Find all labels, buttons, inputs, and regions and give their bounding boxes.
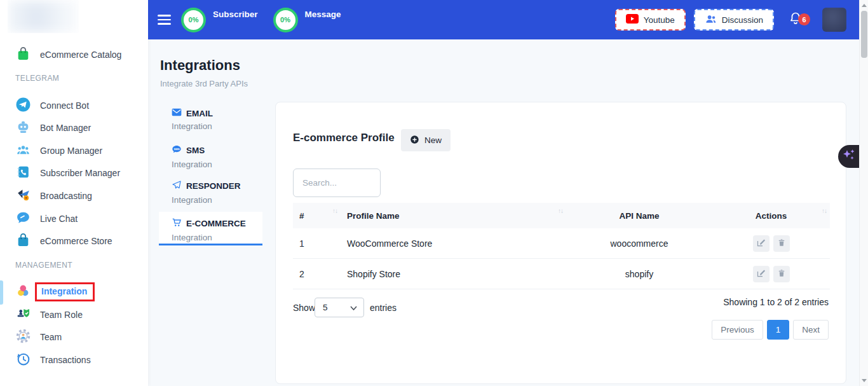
sidebar-item-connect-bot[interactable]: Connect Bot bbox=[15, 97, 89, 114]
edit-pencil-icon bbox=[756, 238, 766, 249]
row-api-name: shopify bbox=[566, 259, 712, 289]
delete-button[interactable] bbox=[773, 235, 790, 252]
chevron-down-icon bbox=[350, 303, 357, 312]
sidebar-item-integration[interactable]: Integration bbox=[15, 283, 95, 301]
user-avatar[interactable] bbox=[822, 8, 846, 32]
youtube-button-label: Youtube bbox=[644, 15, 675, 25]
notification-bell[interactable]: 6 bbox=[788, 11, 803, 29]
app-root: eCommerce Catalog TELEGRAM Connect Bot B… bbox=[0, 0, 868, 386]
transactions-icon bbox=[15, 351, 31, 369]
pagination: Previous 1 Next bbox=[712, 320, 829, 340]
edit-pencil-icon bbox=[756, 268, 766, 280]
notification-count-badge: 6 bbox=[798, 13, 810, 25]
annotation-highlight-box: Integration bbox=[35, 282, 95, 301]
sidebar-item-broadcasting[interactable]: Broadcasting bbox=[15, 187, 92, 205]
profiles-table: # ↑↓ Profile Name ↑↓ API Name Actions bbox=[293, 203, 830, 289]
scrollbar-down-arrow[interactable] bbox=[862, 379, 867, 382]
subnav-item-sub: Integration bbox=[172, 121, 262, 131]
entries-select[interactable]: 5 bbox=[315, 298, 364, 317]
row-profile-name: WooCommerce Store bbox=[341, 228, 566, 259]
svg-text:SMS: SMS bbox=[173, 148, 179, 151]
sidebar-item-bot-manager[interactable]: Bot Manager bbox=[15, 119, 91, 137]
sidebar-item-label: Connect Bot bbox=[40, 100, 89, 111]
sidebar-item-transactions[interactable]: Transactions bbox=[15, 351, 91, 369]
sidebar-item-label: eCommerce Catalog bbox=[40, 50, 121, 60]
show-label: Show bbox=[293, 303, 315, 313]
discussion-button-label: Discussion bbox=[722, 15, 763, 25]
next-page-button[interactable]: Next bbox=[793, 320, 829, 340]
shopping-bag-icon bbox=[15, 46, 31, 64]
sort-icon[interactable]: ↑↓ bbox=[822, 207, 827, 214]
subnav-item-responder[interactable]: RESPONDER Integration bbox=[159, 180, 262, 205]
subnav-item-email[interactable]: EMAIL Integration bbox=[159, 108, 262, 131]
current-page-button[interactable]: 1 bbox=[767, 320, 790, 340]
youtube-icon bbox=[626, 14, 639, 25]
app-logo bbox=[8, 0, 79, 33]
row-api-name: woocommerce bbox=[566, 228, 712, 259]
sidebar-section-management: MANAGEMENT bbox=[15, 261, 72, 270]
sidebar-item-label: Broadcasting bbox=[40, 191, 92, 201]
subnav-item-name: RESPONDER bbox=[186, 181, 241, 191]
sidebar-section-telegram: TELEGRAM bbox=[15, 74, 59, 83]
ecommerce-profile-card: E-commerce Profile New # ↑↓ bbox=[275, 102, 846, 384]
sidebar-item-ecommerce-catalog[interactable]: eCommerce Catalog bbox=[15, 46, 121, 64]
sidebar-item-label: Subscriber Manager bbox=[40, 168, 120, 178]
subnav-item-ecommerce[interactable]: E-COMMERCE Integration bbox=[159, 212, 262, 245]
main-content: Integrations Integrate 3rd Party APIs EM… bbox=[148, 39, 868, 386]
message-stat-value-blurred bbox=[305, 22, 340, 31]
team-gear-icon bbox=[15, 328, 31, 347]
row-num: 2 bbox=[293, 259, 341, 289]
sidebar-item-label: Group Manager bbox=[40, 146, 102, 156]
youtube-button[interactable]: Youtube bbox=[615, 9, 686, 31]
showing-entries-summary: Showing 1 to 2 of 2 entries bbox=[723, 297, 829, 307]
entries-label: entries bbox=[370, 303, 397, 313]
sidebar-item-group-manager[interactable]: Group Manager bbox=[15, 142, 102, 160]
email-icon bbox=[172, 108, 182, 118]
subnav-item-name: SMS bbox=[186, 146, 205, 155]
message-progress-ring: 0% bbox=[273, 8, 298, 32]
edit-button[interactable] bbox=[753, 266, 770, 282]
broadcast-icon bbox=[15, 187, 31, 205]
sidebar-item-label: Team Role bbox=[40, 310, 83, 320]
scrollbar-thumb[interactable] bbox=[861, 11, 867, 58]
subnav-item-name: E-COMMERCE bbox=[186, 219, 246, 228]
sort-icon[interactable]: ↑↓ bbox=[332, 207, 337, 214]
column-header-api-name[interactable]: API Name bbox=[566, 203, 712, 228]
new-profile-button[interactable]: New bbox=[401, 129, 451, 151]
chat-icon bbox=[15, 210, 31, 228]
trash-icon bbox=[777, 238, 786, 249]
sidebar-item-team-role[interactable]: Team Role bbox=[15, 306, 83, 324]
cart-icon bbox=[172, 217, 182, 230]
subnav-item-sub: Integration bbox=[172, 160, 262, 169]
sidebar-item-team[interactable]: Team bbox=[15, 328, 62, 346]
delete-button[interactable] bbox=[773, 266, 790, 282]
search-input[interactable] bbox=[293, 169, 381, 197]
discussion-button[interactable]: Discussion bbox=[694, 9, 774, 31]
subscriber-stat: 0% Subscriber bbox=[181, 8, 258, 32]
subnav-item-sms[interactable]: SMS SMS Integration bbox=[159, 144, 262, 169]
row-num: 1 bbox=[293, 228, 341, 259]
edit-button[interactable] bbox=[753, 235, 770, 252]
sidebar-item-label: Transactions bbox=[40, 355, 91, 365]
sidebar-item-label: Live Chat bbox=[40, 214, 78, 224]
integration-circles-icon bbox=[15, 283, 31, 301]
hamburger-menu-icon[interactable] bbox=[158, 12, 171, 27]
page-title: Integrations bbox=[160, 57, 240, 74]
column-header-actions: Actions ↑↓ bbox=[712, 203, 830, 228]
ai-assistant-fab[interactable] bbox=[838, 145, 859, 168]
message-stat-label: Message bbox=[305, 10, 341, 19]
vertical-scrollbar[interactable] bbox=[859, 0, 868, 386]
sort-icon[interactable]: ↑↓ bbox=[558, 207, 563, 214]
column-header-profile-name[interactable]: Profile Name ↑↓ bbox=[341, 203, 566, 228]
scrollbar-up-arrow[interactable] bbox=[862, 4, 867, 7]
previous-page-button[interactable]: Previous bbox=[712, 320, 763, 340]
telegram-icon bbox=[15, 97, 31, 115]
store-bag-icon bbox=[15, 232, 31, 251]
sidebar-item-label: Bot Manager bbox=[40, 123, 91, 133]
sidebar-item-ecommerce-store[interactable]: eCommerce Store bbox=[15, 232, 112, 250]
sidebar-item-live-chat[interactable]: Live Chat bbox=[15, 210, 78, 228]
row-profile-name: Shopify Store bbox=[341, 259, 566, 289]
sidebar-item-subscriber-manager[interactable]: Subscriber Manager bbox=[15, 164, 120, 182]
column-header-num[interactable]: # ↑↓ bbox=[293, 203, 341, 228]
sparkles-icon bbox=[842, 148, 856, 165]
